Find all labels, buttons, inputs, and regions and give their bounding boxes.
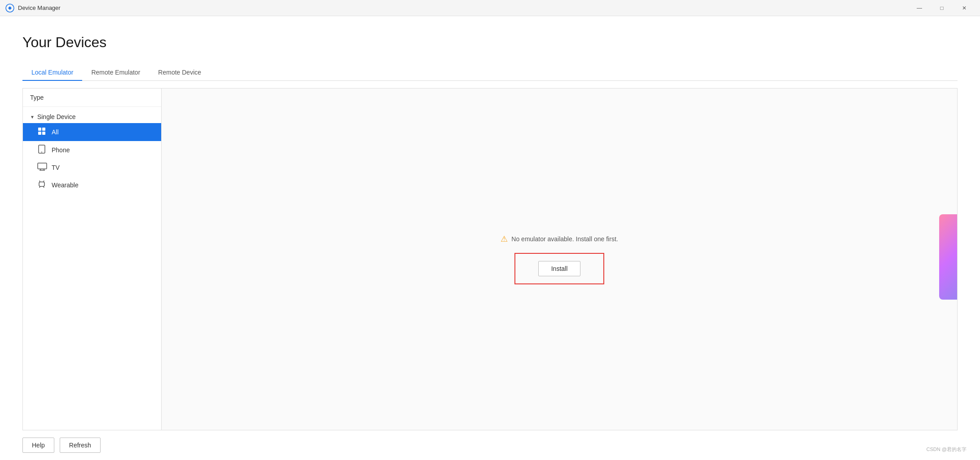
refresh-button[interactable]: Refresh: [60, 438, 101, 453]
tree-group-single-device-header[interactable]: ▼ Single Device: [23, 111, 161, 123]
svg-rect-1: [38, 128, 41, 131]
sidebar-item-phone-label: Phone: [52, 146, 70, 154]
svg-line-12: [40, 181, 40, 182]
all-icon: [37, 127, 46, 137]
svg-rect-2: [42, 128, 45, 131]
svg-rect-7: [38, 163, 47, 169]
tree-group-single-device: ▼ Single Device: [23, 107, 161, 198]
sidebar-type-header: Type: [23, 88, 161, 107]
phone-decoration: [939, 214, 958, 304]
empty-message: ⚠ No emulator available. Install one fir…: [501, 234, 618, 244]
phone-icon: [37, 145, 46, 155]
chevron-down-icon: ▼: [30, 115, 35, 119]
svg-rect-4: [42, 132, 45, 135]
tab-remote-emulator[interactable]: Remote Emulator: [82, 64, 149, 80]
watermark: CSDN @君的名字: [927, 446, 967, 453]
install-box: Install: [514, 253, 604, 284]
minimize-button[interactable]: —: [909, 1, 930, 15]
main-area: Type ▼ Single Device: [22, 88, 958, 430]
sidebar-item-tv-label: TV: [52, 164, 60, 171]
help-button[interactable]: Help: [22, 438, 54, 453]
maximize-button[interactable]: □: [932, 1, 952, 15]
tab-remote-device[interactable]: Remote Device: [149, 64, 210, 80]
footer: Help Refresh: [0, 430, 980, 460]
content-area: Your Devices Local Emulator Remote Emula…: [0, 16, 980, 430]
sidebar-item-wearable[interactable]: Wearable: [23, 176, 161, 194]
sidebar-item-tv[interactable]: TV: [23, 159, 161, 176]
app-window: Device Manager — □ ✕ Your Devices Local …: [0, 0, 980, 460]
sidebar-item-all[interactable]: All: [23, 123, 161, 141]
tv-icon: [37, 163, 46, 172]
titlebar-left: Device Manager: [5, 4, 61, 13]
svg-line-13: [44, 181, 44, 182]
svg-line-15: [44, 186, 44, 188]
svg-line-14: [40, 186, 40, 188]
sidebar-item-all-label: All: [52, 128, 59, 136]
tabs-bar: Local Emulator Remote Emulator Remote De…: [22, 64, 958, 81]
sidebar-item-phone[interactable]: Phone: [23, 141, 161, 159]
warning-icon: ⚠: [501, 234, 508, 244]
empty-message-text: No emulator available. Install one first…: [511, 235, 618, 243]
sidebar-tree: ▼ Single Device: [23, 107, 161, 430]
wearable-icon: [37, 180, 46, 190]
tab-local-emulator[interactable]: Local Emulator: [22, 64, 82, 80]
sidebar-item-wearable-label: Wearable: [52, 181, 79, 189]
main-panel: ⚠ No emulator available. Install one fir…: [162, 88, 958, 430]
close-button[interactable]: ✕: [954, 1, 975, 15]
sidebar: Type ▼ Single Device: [22, 88, 162, 430]
titlebar: Device Manager — □ ✕: [0, 0, 980, 16]
app-icon: [5, 4, 14, 13]
install-button[interactable]: Install: [538, 261, 581, 276]
page-title: Your Devices: [22, 34, 958, 51]
empty-state: ⚠ No emulator available. Install one fir…: [501, 234, 618, 284]
titlebar-title: Device Manager: [18, 4, 61, 11]
svg-rect-3: [38, 132, 41, 135]
tree-group-label: Single Device: [37, 113, 76, 120]
svg-rect-11: [39, 182, 44, 186]
svg-point-6: [41, 152, 42, 153]
titlebar-controls: — □ ✕: [909, 1, 975, 15]
